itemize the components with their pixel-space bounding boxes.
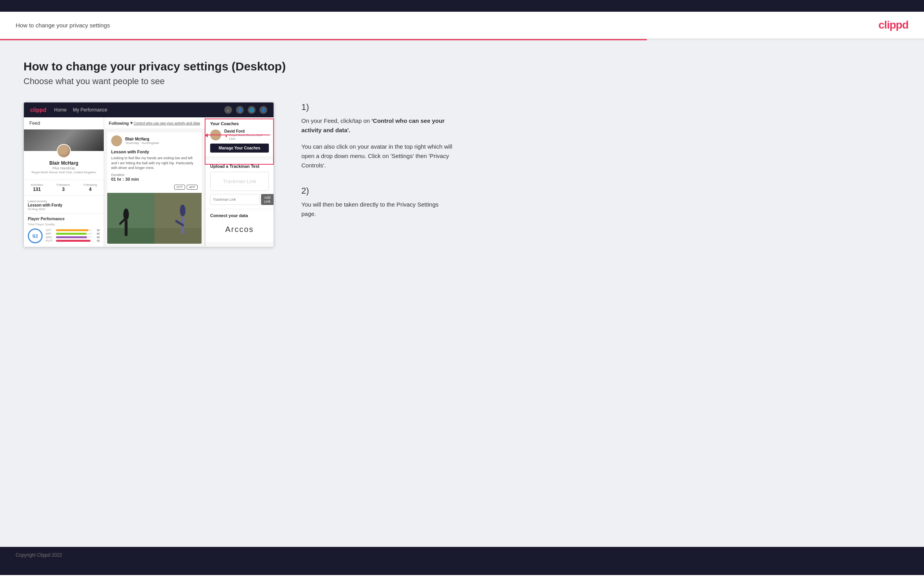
left-panel: Feed Blair McHarg Plus Handicap Royal No… [24,117,104,247]
header-title: How to change your privacy settings [16,22,110,29]
globe-icon[interactable]: 🌐 [248,106,256,114]
followers-label: Followers [57,183,70,187]
page-heading: How to change your privacy settings (Des… [23,60,901,73]
trackman-title: Upload a Trackman Test [210,164,269,169]
search-icon[interactable]: ⌕ [224,106,232,114]
following-button[interactable]: Following ▾ [109,120,133,126]
post-author: Blair McHarg [125,137,159,141]
demo-area: clippd Home My Performance ⌕ 👤 🌐 👤 [23,102,901,247]
latest-activity: Latest Activity Lesson with Fordy 03 Aug… [24,197,104,213]
step-2-text: You will then be taken directly to the P… [301,200,454,219]
circle-score: 92 [28,228,43,243]
putt-fill [56,240,90,242]
tag-ott: OTT [174,185,185,190]
player-performance: Player Performance Total Player Quality … [24,213,104,246]
activities-value: 131 [31,187,43,192]
post-image [107,193,202,244]
svg-rect-2 [155,193,202,244]
main-content: How to change your privacy settings (Des… [0,40,924,547]
following-value: 4 [84,187,97,192]
app-track [56,233,92,235]
profile-avatar [57,144,71,158]
nav-home[interactable]: Home [54,107,67,113]
logo: clippd [879,19,908,31]
duration-label: Duration [111,173,124,177]
annotation-line [205,135,270,135]
trackman-input-row: Add Link [210,194,269,205]
arccos-logo: Arccos [210,221,269,238]
arg-track [56,236,92,238]
app-body: Feed Blair McHarg Plus Handicap Royal No… [24,117,274,247]
avatar-icon[interactable]: 👤 [259,106,267,114]
app-bar-row: APP 85 [46,232,100,235]
app-val: 85 [94,232,100,235]
activities-stat: Activities 131 [31,183,43,192]
middle-panel: Following ▾ Control who can see your act… [104,117,205,247]
step-1-extra: You can also click on your avatar in the… [301,142,454,170]
bottom-bar [0,563,924,575]
following-stat: Following 4 [84,183,97,192]
step-1: 1) On your Feed, click/tap on 'Control w… [301,102,454,170]
latest-name: Lesson with Fordy [28,203,100,207]
step-1-num: 1) [301,102,454,112]
app-ui: clippd Home My Performance ⌕ 👤 🌐 👤 [23,102,274,247]
activities-label: Activities [31,183,43,187]
pp-sub: Total Player Quality [28,223,100,226]
copyright: Copyright Clippd 2022 [16,552,62,558]
trackman-input[interactable] [210,194,259,205]
arg-label: ARG [46,236,54,239]
followers-stat: Followers 3 [57,183,70,192]
profile-club: Royal North Devon Golf Club, United King… [27,171,101,174]
ott-fill [56,229,88,231]
ott-label: OTT [46,229,54,232]
latest-label: Latest Activity [28,200,100,203]
coaches-section: Your Coaches David Ford 📍 Royal North De… [205,117,274,157]
step-1-text: On your Feed, click/tap on 'Control who … [301,116,454,135]
post-header: Blair McHarg Yesterday · Sunningdale [107,132,202,149]
app-navbar: clippd Home My Performance ⌕ 👤 🌐 👤 [24,102,274,117]
profile-stats: Activities 131 Followers 3 Following 4 [24,180,104,196]
arg-bar-row: ARG 86 [46,236,100,239]
post-author-info: Blair McHarg Yesterday · Sunningdale [125,137,159,145]
putt-val: 96 [94,239,100,242]
step-2-num: 2) [301,186,454,196]
pin-icon: 📍 [224,135,228,139]
profile-banner [24,129,104,151]
add-link-button[interactable]: Add Link [261,194,274,205]
app-label: APP [46,232,54,235]
golf-scene-svg [107,193,202,244]
page-subheading: Choose what you want people to see [23,76,901,86]
profile-icon[interactable]: 👤 [236,106,244,114]
score-bars: OTT 90 APP [46,229,100,243]
post-desc: Looking to feel like my hands are exitin… [107,156,202,173]
ott-bar-row: OTT 90 [46,229,100,232]
connect-title: Connect your data [210,213,269,218]
pp-title: Player Performance [28,217,100,221]
profile-name: Blair McHarg [27,160,101,166]
manage-coaches-button[interactable]: Manage Your Coaches [210,144,269,153]
nav-icons: ⌕ 👤 🌐 👤 [224,106,267,114]
latest-date: 03 Aug 2022 [28,207,100,211]
svg-rect-4 [125,220,128,236]
arg-val: 86 [94,236,100,239]
post-meta: Yesterday · Sunningdale [125,141,159,145]
right-panel: Your Coaches David Ford 📍 Royal North De… [205,117,274,247]
feed-tab[interactable]: Feed [24,117,104,129]
putt-label: PUTT [46,239,54,242]
following-header: Following ▾ Control who can see your act… [104,117,205,129]
coaches-title: Your Coaches [210,121,269,126]
control-link[interactable]: Control who can see your activity and da… [133,121,200,125]
app-screenshot: clippd Home My Performance ⌕ 👤 🌐 👤 [23,102,274,247]
tpq-row: 92 OTT 90 [28,228,100,243]
avatar-inner [58,145,70,157]
post-card: Blair McHarg Yesterday · Sunningdale Les… [107,132,202,244]
top-bar [0,0,924,12]
nav-my-performance[interactable]: My Performance [73,107,107,113]
coach-name: David Ford [224,129,269,133]
duration-value: 01 hr : 30 min [111,177,139,182]
following-label: Following [109,121,129,126]
arg-fill [56,236,87,238]
svg-point-6 [180,205,186,216]
tag-app: APP [187,185,198,190]
ott-val: 90 [94,229,100,232]
